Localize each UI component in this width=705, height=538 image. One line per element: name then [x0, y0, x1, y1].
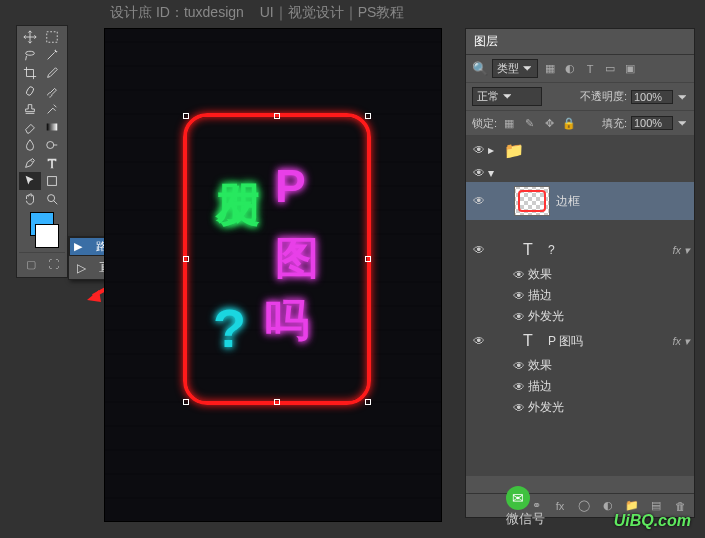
visibility-icon[interactable]: 👁 [470, 166, 488, 180]
transform-handle[interactable] [183, 113, 189, 119]
lock-label: 锁定: [472, 116, 497, 131]
blur-tool[interactable] [19, 136, 41, 154]
svg-point-3 [47, 142, 54, 149]
fx-badge[interactable]: fx ▾ [672, 244, 690, 257]
lock-all-icon[interactable]: 🔒 [561, 115, 577, 131]
transform-handle[interactable] [274, 399, 280, 405]
arrow-black-icon: ▶ [74, 240, 90, 253]
color-swatches[interactable] [19, 208, 65, 252]
filter-shape-icon[interactable]: ▭ [602, 61, 618, 77]
lock-row: 锁定: ▦ ✎ ✥ 🔒 填充: 100%⏷ [466, 111, 694, 136]
visibility-icon[interactable]: 👁 [470, 194, 488, 208]
fx-icon[interactable]: fx [552, 498, 568, 514]
filter-pixel-icon[interactable]: ▦ [542, 61, 558, 77]
chevron-down-icon[interactable]: ▾ [488, 166, 494, 180]
blend-mode-select[interactable]: 正常 ⏷ [472, 87, 542, 106]
dodge-tool[interactable] [41, 136, 63, 154]
transform-handle[interactable] [274, 113, 280, 119]
filter-adjust-icon[interactable]: ◐ [562, 61, 578, 77]
visibility-icon[interactable]: 👁 [470, 334, 488, 348]
layers-panel: 图层 🔍 类型 ⏷ ▦ ◐ T ▭ ▣ 正常 ⏷ 不透明度: 100%⏷ 锁定:… [465, 28, 695, 518]
fill-label: 填充: [602, 116, 627, 131]
brush-tool[interactable] [41, 82, 63, 100]
opacity-field[interactable]: 100% [631, 90, 673, 104]
neon-text-tu: 图 [275, 229, 319, 288]
header-info: 设计庶 ID：tuxdesign UI｜视觉设计｜PS教程 [110, 4, 416, 22]
crop-tool[interactable] [19, 64, 41, 82]
fx-badge[interactable]: fx ▾ [672, 335, 690, 348]
quickmask-icon[interactable]: ▢ [23, 256, 39, 272]
group-open-row[interactable]: 👁 ▾ [466, 164, 694, 182]
fx-row[interactable]: 👁效果 [466, 355, 694, 376]
filter-row: 🔍 类型 ⏷ ▦ ◐ T ▭ ▣ [466, 55, 694, 83]
lock-position-icon[interactable]: ✥ [541, 115, 557, 131]
type-tool[interactable] [41, 154, 63, 172]
background-color[interactable] [35, 224, 59, 248]
transform-handle[interactable] [183, 399, 189, 405]
wand-tool[interactable] [41, 46, 63, 64]
layer-text2[interactable]: 👁 T P 图吗 fx ▾ [466, 327, 694, 355]
wechat-label: ✉ 微信号 [506, 486, 545, 528]
history-brush-tool[interactable] [41, 100, 63, 118]
svg-rect-0 [47, 32, 58, 43]
svg-rect-4 [48, 177, 57, 186]
tools-panel: ▢ ⛶ [16, 25, 68, 278]
site-watermark: UiBQ.com [614, 512, 691, 530]
fx-glow-row[interactable]: 👁外发光 [466, 397, 694, 418]
eraser-tool[interactable] [19, 118, 41, 136]
document-canvas[interactable]: 朋友 P 图 吗 ? [104, 28, 442, 522]
heal-tool[interactable] [19, 82, 41, 100]
layers-list: 👁 ▸ 📁 👁 ▾ 👁 边框 👁 T ? fx ▾ 👁效果 👁描边 👁外发光 👁 [466, 136, 694, 476]
visibility-icon[interactable]: 👁 [470, 243, 488, 257]
neon-text-ma: 吗 [265, 291, 309, 350]
neon-text-p: P [275, 159, 306, 213]
wechat-icon: ✉ [506, 486, 530, 510]
fx-stroke-row[interactable]: 👁描边 [466, 376, 694, 397]
path-select-tool[interactable] [19, 172, 41, 190]
move-tool[interactable] [19, 28, 41, 46]
svg-rect-1 [26, 86, 35, 96]
fx-row[interactable]: 👁效果 [466, 264, 694, 285]
transform-handle[interactable] [365, 256, 371, 262]
folder-icon: 📁 [500, 138, 528, 162]
eyedropper-tool[interactable] [41, 64, 63, 82]
fx-glow-row[interactable]: 👁外发光 [466, 306, 694, 327]
search-icon[interactable]: 🔍 [472, 61, 488, 76]
lock-paint-icon[interactable]: ✎ [521, 115, 537, 131]
visibility-icon[interactable]: 👁 [470, 143, 488, 157]
neon-text-question: ? [213, 297, 246, 359]
layers-tab[interactable]: 图层 [466, 29, 694, 55]
blend-row: 正常 ⏷ 不透明度: 100%⏷ [466, 83, 694, 111]
layer-frame[interactable]: 👁 边框 [466, 182, 694, 220]
kind-select[interactable]: 类型 ⏷ [492, 59, 538, 78]
fill-field[interactable]: 100% [631, 116, 673, 130]
svg-rect-2 [47, 124, 58, 131]
filter-smart-icon[interactable]: ▣ [622, 61, 638, 77]
transform-handle[interactable] [365, 113, 371, 119]
lasso-tool[interactable] [19, 46, 41, 64]
zoom-tool[interactable] [41, 190, 63, 208]
group-row[interactable]: 👁 ▸ 📁 [466, 136, 694, 164]
type-layer-icon: T [514, 329, 542, 353]
svg-point-5 [48, 195, 55, 202]
layer-thumb [514, 186, 550, 216]
marquee-tool[interactable] [41, 28, 63, 46]
lock-transparent-icon[interactable]: ▦ [501, 115, 517, 131]
screenmode-icon[interactable]: ⛶ [46, 256, 62, 272]
fx-stroke-row[interactable]: 👁描边 [466, 285, 694, 306]
transform-handle[interactable] [183, 256, 189, 262]
transform-handle[interactable] [365, 399, 371, 405]
stamp-tool[interactable] [19, 100, 41, 118]
shape-tool[interactable] [41, 172, 63, 190]
chevron-right-icon[interactable]: ▸ [488, 143, 494, 157]
gradient-tool[interactable] [41, 118, 63, 136]
opacity-label: 不透明度: [580, 89, 627, 104]
layer-question[interactable]: 👁 T ? fx ▾ [466, 236, 694, 264]
mask-icon[interactable]: ◯ [576, 498, 592, 514]
hand-tool[interactable] [19, 190, 41, 208]
type-layer-icon: T [514, 238, 542, 262]
pen-tool[interactable] [19, 154, 41, 172]
filter-type-icon[interactable]: T [582, 61, 598, 77]
